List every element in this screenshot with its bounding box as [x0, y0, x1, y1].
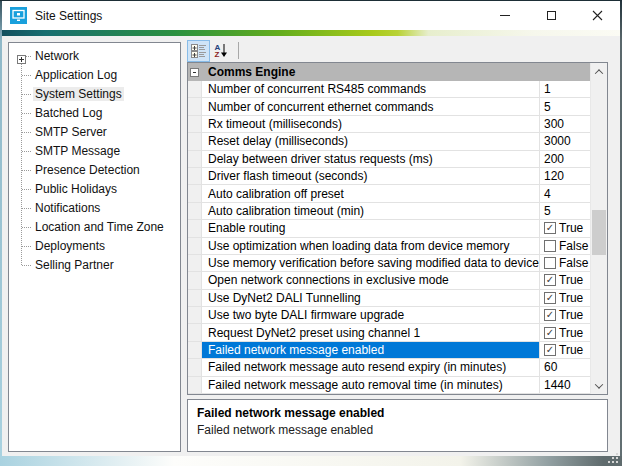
property-value-cell[interactable]: 60 — [540, 359, 590, 375]
property-value[interactable]: 60 — [544, 360, 557, 374]
checkbox-checked-icon[interactable]: ✓ — [544, 292, 556, 304]
property-value-cell[interactable]: ✓True — [540, 324, 590, 340]
property-value-cell[interactable]: 3000 — [540, 133, 590, 149]
checkbox-unchecked-icon[interactable] — [544, 257, 556, 269]
scrollbar-thumb[interactable] — [592, 210, 606, 255]
property-value-cell[interactable]: 120 — [540, 168, 590, 184]
property-name-cell[interactable]: Rx timeout (milliseconds) — [202, 116, 540, 132]
checkbox-checked-icon[interactable]: ✓ — [544, 344, 556, 356]
property-name-cell[interactable]: Open network connections in exclusive mo… — [202, 272, 540, 288]
property-name-cell[interactable]: Use two byte DALI firmware upgrade — [202, 307, 540, 323]
property-value[interactable]: True — [559, 221, 583, 235]
sidebar-item-system-settings[interactable]: System Settings — [9, 85, 180, 104]
property-value-cell[interactable]: 1440 — [540, 377, 590, 393]
property-row[interactable]: Failed network message auto removal time… — [188, 377, 590, 394]
sidebar-item-location-and-time-zone[interactable]: Location and Time Zone — [9, 218, 180, 237]
property-value[interactable]: 4 — [544, 187, 551, 201]
sidebar-item-deployments[interactable]: Deployments — [9, 237, 180, 256]
property-value[interactable]: 300 — [544, 117, 564, 131]
property-value[interactable]: 3000 — [544, 134, 571, 148]
property-value[interactable]: 5 — [544, 204, 551, 218]
property-row[interactable]: Auto calibration timeout (min) 5 — [188, 203, 590, 220]
scroll-up-button[interactable] — [591, 63, 607, 80]
property-value-cell[interactable]: 4 — [540, 185, 590, 201]
sidebar-item-public-holidays[interactable]: Public Holidays — [9, 180, 180, 199]
close-button[interactable] — [574, 1, 620, 30]
property-value-cell[interactable]: ✓True — [540, 220, 590, 236]
property-value[interactable]: 120 — [544, 169, 564, 183]
checkbox-checked-icon[interactable]: ✓ — [544, 222, 556, 234]
property-value-cell[interactable]: False — [540, 238, 590, 254]
property-value-cell[interactable]: 5 — [540, 203, 590, 219]
property-value[interactable]: 200 — [544, 152, 564, 166]
property-row[interactable]: Use memory verification before saving mo… — [188, 255, 590, 272]
property-value[interactable]: 1 — [544, 82, 551, 96]
property-row[interactable]: Failed network message enabled ✓True — [188, 342, 590, 359]
titlebar[interactable]: Site Settings — [2, 1, 620, 30]
property-row[interactable]: Failed network message auto resend expir… — [188, 359, 590, 376]
property-name-cell[interactable]: Failed network message enabled — [202, 342, 540, 358]
property-row[interactable]: Use optimization when loading data from … — [188, 238, 590, 255]
checkbox-checked-icon[interactable]: ✓ — [544, 327, 556, 339]
property-value[interactable]: True — [559, 343, 583, 357]
property-value-cell[interactable]: ✓True — [540, 290, 590, 306]
property-value-cell[interactable]: ✓True — [540, 272, 590, 288]
property-row[interactable]: Use DyNet2 DALI Tunnelling ✓True — [188, 290, 590, 307]
property-row[interactable]: Enable routing ✓True — [188, 220, 590, 237]
property-name-cell[interactable]: Use memory verification before saving mo… — [202, 255, 540, 271]
property-value-cell[interactable]: ✓True — [540, 342, 590, 358]
property-value[interactable]: 5 — [544, 100, 551, 114]
property-row[interactable]: Open network connections in exclusive mo… — [188, 272, 590, 289]
property-row[interactable]: Use two byte DALI firmware upgrade ✓True — [188, 307, 590, 324]
property-name-cell[interactable]: Use optimization when loading data from … — [202, 238, 540, 254]
minus-box-icon[interactable] — [190, 68, 199, 77]
property-value-cell[interactable]: ✓True — [540, 307, 590, 323]
sidebar-item-network[interactable]: Network — [9, 47, 180, 66]
property-value-cell[interactable]: 300 — [540, 116, 590, 132]
minimize-button[interactable] — [482, 1, 528, 30]
property-value[interactable]: False — [559, 256, 588, 270]
grid-scrollbar[interactable] — [590, 63, 607, 394]
property-name-cell[interactable]: Number of concurrent ethernet commands — [202, 98, 540, 114]
scroll-down-button[interactable] — [591, 377, 607, 394]
resize-grip[interactable] — [616, 453, 618, 455]
checkbox-checked-icon[interactable]: ✓ — [544, 274, 556, 286]
property-value[interactable]: True — [559, 308, 583, 322]
checkbox-checked-icon[interactable]: ✓ — [544, 309, 556, 321]
sidebar-item-smtp-message[interactable]: SMTP Message — [9, 142, 180, 161]
property-name-cell[interactable]: Use DyNet2 DALI Tunnelling — [202, 290, 540, 306]
property-name-cell[interactable]: Number of concurrent RS485 commands — [202, 81, 540, 97]
property-row[interactable]: Delay between driver status requests (ms… — [188, 151, 590, 168]
property-value[interactable]: 1440 — [544, 378, 571, 392]
property-name-cell[interactable]: Auto calibration timeout (min) — [202, 203, 540, 219]
property-value[interactable]: True — [559, 291, 583, 305]
property-name-cell[interactable]: Failed network message auto resend expir… — [202, 359, 540, 375]
sidebar-item-smtp-server[interactable]: SMTP Server — [9, 123, 180, 142]
property-name-cell[interactable]: Delay between driver status requests (ms… — [202, 151, 540, 167]
property-name-cell[interactable]: Request DyNet2 preset using channel 1 — [202, 324, 540, 340]
property-row[interactable]: Reset delay (milliseconds) 3000 — [188, 133, 590, 150]
property-row[interactable]: Rx timeout (milliseconds) 300 — [188, 116, 590, 133]
property-row[interactable]: Auto calibration off preset 4 — [188, 185, 590, 202]
property-name-cell[interactable]: Driver flash timeout (seconds) — [202, 168, 540, 184]
property-name-cell[interactable]: Enable routing — [202, 220, 540, 236]
property-name-cell[interactable]: Failed network message auto removal time… — [202, 377, 540, 393]
property-value[interactable]: False — [559, 239, 588, 253]
property-row[interactable]: Request DyNet2 preset using channel 1 ✓T… — [188, 324, 590, 341]
property-value[interactable]: True — [559, 326, 583, 340]
categorized-view-button[interactable] — [187, 40, 210, 62]
maximize-button[interactable] — [528, 1, 574, 30]
alphabetical-sort-button[interactable]: AZ — [210, 40, 233, 62]
property-value[interactable]: True — [559, 273, 583, 287]
property-name-cell[interactable]: Reset delay (milliseconds) — [202, 133, 540, 149]
property-value-cell[interactable]: False — [540, 255, 590, 271]
sidebar-item-selling-partner[interactable]: Selling Partner — [9, 256, 180, 275]
property-row[interactable]: Number of concurrent ethernet commands 5 — [188, 98, 590, 115]
sidebar-item-application-log[interactable]: Application Log — [9, 66, 180, 85]
property-row[interactable]: Number of concurrent RS485 commands 1 — [188, 81, 590, 98]
sidebar-item-notifications[interactable]: Notifications — [9, 199, 180, 218]
property-row[interactable]: Driver flash timeout (seconds) 120 — [188, 168, 590, 185]
property-name-cell[interactable]: Auto calibration off preset — [202, 185, 540, 201]
property-value-cell[interactable]: 1 — [540, 81, 590, 97]
category-row[interactable]: Comms Engine — [188, 63, 590, 81]
